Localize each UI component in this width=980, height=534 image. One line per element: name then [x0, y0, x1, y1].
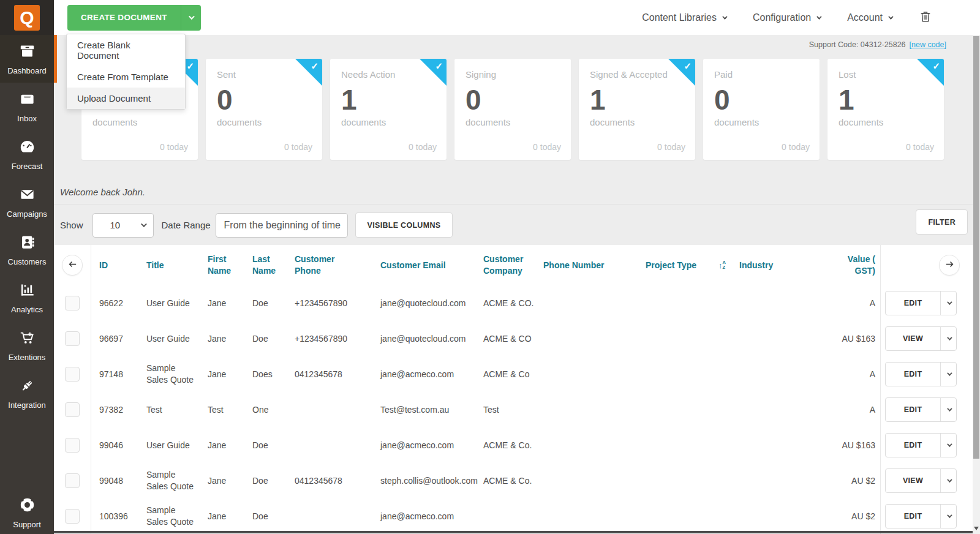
stat-card-today: 0 today [160, 142, 188, 152]
nav-content-libraries[interactable]: Content Libraries [642, 12, 726, 23]
cell-customer-company: Test [475, 404, 535, 416]
vertical-scrollbar[interactable] [973, 35, 980, 534]
menu-item-create-from-template[interactable]: Create From Template [67, 66, 185, 88]
column-header-industry[interactable]: Industry [731, 260, 833, 271]
stat-card[interactable]: Signing 0 documents 0 today [454, 59, 571, 160]
row-action-button[interactable]: EDIT [885, 433, 957, 457]
sidebar-item-forecast[interactable]: Forecast [0, 130, 54, 178]
row-action-dropdown-toggle[interactable] [940, 469, 956, 492]
sidebar-item-customers[interactable]: Customers [0, 226, 54, 274]
horizontal-scrollbar[interactable] [54, 531, 973, 533]
sidebar-item-extentions[interactable]: Extentions [0, 322, 54, 369]
cell-value: A [833, 298, 880, 309]
stat-card[interactable]: Paid 0 documents 0 today [703, 59, 820, 160]
row-action-label[interactable]: EDIT [886, 434, 940, 457]
row-action-label[interactable]: EDIT [886, 291, 940, 315]
row-checkbox[interactable] [65, 296, 80, 310]
date-range-input[interactable]: From the beginning of time [216, 213, 348, 238]
sidebar-item-label: Analytics [11, 305, 43, 314]
column-header-customer-email[interactable]: Customer Email [372, 260, 475, 271]
column-divider [91, 245, 91, 534]
column-header-project-type[interactable]: Project Type [637, 260, 714, 271]
row-action-dropdown-toggle[interactable] [940, 434, 956, 457]
row-action-label[interactable]: VIEW [886, 327, 940, 350]
cell-title: User Guide [138, 298, 199, 309]
filter-button[interactable]: FILTER [916, 209, 968, 235]
column-header-phone-number[interactable]: Phone Number [535, 260, 637, 271]
scrollbar-thumb[interactable] [973, 36, 979, 459]
create-document-dropdown-toggle[interactable] [181, 5, 201, 31]
column-header-last-name[interactable]: Last Name [244, 254, 286, 277]
nav-label: Configuration [753, 12, 811, 23]
nav-account[interactable]: Account [847, 12, 892, 23]
top-nav: Content Libraries Configuration Account [642, 10, 980, 26]
stat-card[interactable]: Needs Action 1 documents 0 today ✓ [330, 59, 447, 160]
create-document-button[interactable]: CREATE DOCUMENT [67, 5, 201, 31]
column-header-value[interactable]: Value ( GST) [833, 254, 880, 277]
arrow-right-icon [944, 259, 955, 272]
stat-card-count: 1 [839, 85, 933, 116]
stat-card-count: 1 [341, 85, 435, 116]
row-checkbox[interactable] [65, 438, 80, 453]
row-action-button[interactable]: EDIT [885, 397, 957, 422]
sidebar-item-label: Customers [8, 257, 47, 266]
sidebar-item-inbox[interactable]: Inbox [0, 83, 54, 130]
row-checkbox[interactable] [65, 473, 80, 488]
sidebar-item-label: Extentions [9, 353, 46, 362]
row-action-dropdown-toggle[interactable] [940, 291, 956, 315]
row-action-button[interactable]: EDIT [885, 504, 957, 528]
table-row: 97148 Sample Sales Quote Jane Does 04123… [54, 356, 980, 392]
menu-item-create-blank-document[interactable]: Create Blank Document [67, 34, 185, 66]
column-header-title[interactable]: Title [138, 260, 199, 271]
stat-card[interactable]: Signed & Accepted 1 documents 0 today ✓ [579, 59, 695, 160]
app-logo[interactable]: Q [14, 5, 40, 31]
sidebar-item-support[interactable]: Support [0, 489, 54, 534]
column-header-id[interactable]: ID [91, 260, 138, 271]
scroll-columns-left-button[interactable] [62, 255, 83, 276]
row-action-dropdown-toggle[interactable] [940, 398, 956, 421]
column-header-customer-phone[interactable]: Customer Phone [286, 254, 372, 277]
scroll-columns-right-button[interactable] [939, 255, 960, 276]
show-label: Show [60, 220, 83, 230]
row-action-button[interactable]: VIEW [885, 326, 957, 351]
row-action-label[interactable]: EDIT [886, 363, 940, 386]
sidebar-item-campaigns[interactable]: Campaigns [0, 178, 54, 226]
column-header-customer-company[interactable]: Customer Company [475, 254, 535, 277]
chevron-down-icon [888, 14, 893, 19]
row-checkbox[interactable] [65, 509, 80, 524]
row-action-label[interactable]: VIEW [886, 469, 940, 492]
row-checkbox[interactable] [65, 402, 80, 417]
row-action-button[interactable]: EDIT [885, 362, 957, 386]
sidebar-item-analytics[interactable]: Analytics [0, 274, 54, 322]
trash-button[interactable] [919, 10, 932, 26]
row-checkbox[interactable] [65, 367, 80, 382]
row-action-button[interactable]: VIEW [885, 468, 957, 493]
row-action-label[interactable]: EDIT [886, 505, 940, 528]
stat-card-today: 0 today [284, 142, 312, 152]
welcome-message: Welcome back John. [60, 187, 145, 197]
row-action-dropdown-toggle[interactable] [940, 363, 956, 386]
sort-alpha-icon[interactable]: ↑ AZ [714, 260, 731, 271]
new-code-link[interactable]: [new code] [910, 40, 946, 49]
page-size-select[interactable]: 10 [92, 213, 154, 238]
column-header-first-name[interactable]: First Name [199, 254, 244, 277]
row-action-dropdown-toggle[interactable] [940, 505, 956, 528]
visible-columns-button[interactable]: VISIBLE COLUMNS [355, 212, 453, 238]
stat-card[interactable]: Lost 1 documents 0 today ✓ [827, 59, 944, 160]
row-action-dropdown-toggle[interactable] [940, 327, 956, 350]
sidebar-item-integration[interactable]: Integration [0, 369, 54, 417]
create-document-menu: Create Blank Document Create From Templa… [66, 34, 186, 110]
create-document-label[interactable]: CREATE DOCUMENT [67, 5, 181, 31]
row-action-button[interactable]: EDIT [885, 291, 957, 315]
row-checkbox[interactable] [65, 331, 80, 346]
menu-item-upload-document[interactable]: Upload Document [67, 88, 185, 109]
nav-configuration[interactable]: Configuration [753, 12, 820, 23]
cell-customer-company: ACME & Co. [475, 440, 535, 451]
stat-card[interactable]: Sent 0 documents 0 today ✓ [206, 59, 322, 160]
row-action-label[interactable]: EDIT [886, 398, 940, 421]
nav-label: Content Libraries [642, 12, 717, 23]
cell-customer-email: steph.collis@outlook.com [372, 475, 475, 487]
sidebar-item-dashboard[interactable]: Dashboard [0, 35, 54, 83]
scrollbar-down-arrow[interactable] [974, 527, 979, 530]
cell-title: User Guide [138, 440, 199, 451]
